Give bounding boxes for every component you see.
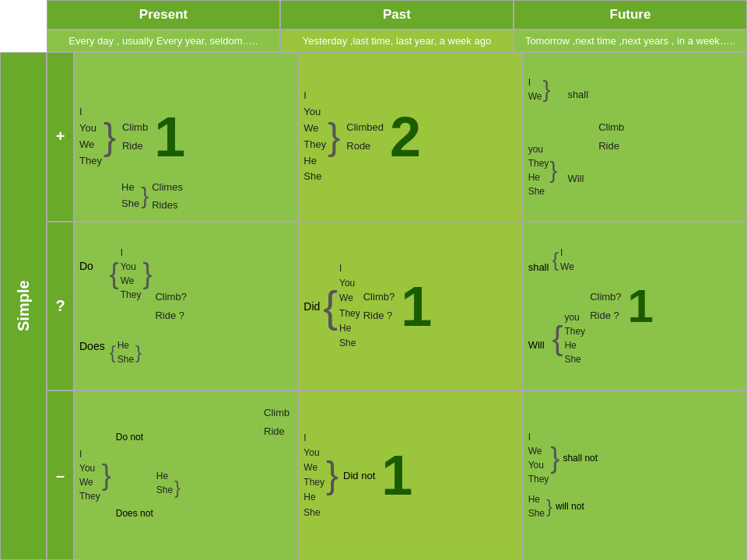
- pronoun-youtheyhe: you They He She: [528, 142, 549, 198]
- big-number-past-pos: 2: [390, 109, 421, 165]
- pronoun-q-fut-shall: I We: [560, 246, 574, 274]
- verbs-block-hesheshe: Climes Rides: [152, 178, 183, 215]
- bracket-right-1: }: [103, 118, 116, 156]
- header-present: Present: [47, 0, 280, 30]
- row-negative: – I You We They }: [47, 390, 747, 560]
- bracket-q-shall: {: [552, 250, 559, 270]
- bracket-left-do: {: [110, 260, 119, 288]
- header-row2: Every day , usually Every year, seldom….…: [47, 30, 747, 52]
- do-not-label: Do not: [116, 432, 153, 443]
- does-not-label: Does not: [116, 508, 153, 519]
- will-q-label: Will: [528, 339, 549, 351]
- bracket-neg-past: }: [326, 457, 338, 494]
- bracket-neg-pres-2: }: [174, 478, 181, 497]
- cell-past-positive: I You We They He She } Climbed Rode: [298, 52, 522, 222]
- corner-cell: [0, 0, 47, 52]
- big-number-past-q: 1: [401, 278, 432, 334]
- cell-past-question: Did { I You We They He She: [298, 222, 522, 391]
- verbs-future-pos: Climb Ride: [598, 118, 624, 155]
- shall-not-label: shall not: [563, 453, 598, 464]
- aux-will: Will: [567, 173, 588, 184]
- pronoun-neg-pres-2: He She: [156, 469, 173, 497]
- cell-present-negative: I You We They } Do not Does not: [74, 390, 298, 560]
- cell-present-positive: I You We They } Climb Ride 1: [74, 52, 298, 222]
- bracket-right-does: }: [135, 343, 142, 362]
- verbs-neg-pres: Climb Ride: [264, 404, 289, 440]
- pronoun-list-past-pos: I You We They He She: [303, 88, 326, 185]
- does-label: Does: [79, 340, 105, 352]
- pronoun-group-1: I You We They }: [79, 104, 116, 169]
- header-past-sub: Yesterday ,last time, last year, a week …: [280, 30, 514, 52]
- verbs-q-fut: Climb? Ride ?: [590, 288, 621, 324]
- verbs-block-1: Climb Ride: [122, 118, 148, 155]
- bracket-did-left: {: [323, 285, 338, 328]
- pronoun-list-hesheshe: He She: [121, 180, 139, 212]
- cell-future-negative: I We You They } shall not He She: [523, 390, 747, 560]
- header-section: Present Past Future Every day , usually …: [0, 0, 747, 52]
- pronoun-neg-pres-1: I You We They: [79, 447, 100, 503]
- verbs-q-pres: Climb? Ride ?: [155, 288, 186, 324]
- big-number-fut-q: 1: [628, 283, 654, 330]
- shall-q-label: shall: [528, 261, 549, 273]
- bracket-neg-pres-1: }: [102, 461, 111, 489]
- pronoun-iwe: I We: [528, 75, 542, 103]
- bracket-q-will: {: [552, 322, 563, 355]
- rows-section: + I You We They }: [47, 52, 747, 560]
- pronoun-neg-fut-1: I We You They: [528, 430, 549, 486]
- bracket-right-do: }: [142, 260, 152, 288]
- grammar-table: Present Past Future Every day , usually …: [0, 0, 747, 560]
- bracket-iwe: }: [542, 78, 550, 101]
- bracket-left-does: {: [110, 343, 116, 362]
- pronoun-neg-past: I You We They He She: [303, 431, 324, 520]
- aux-shall: shall: [567, 89, 588, 100]
- header-future-sub: Tomorrow ,next time ,next years , in a w…: [514, 30, 747, 52]
- bracket-hesheshe: }: [141, 184, 149, 208]
- header-past: Past: [280, 0, 514, 30]
- did-label: Did: [303, 300, 320, 313]
- bracket-past-pos: }: [328, 118, 340, 156]
- verbs-past-q: Climb? Ride ?: [363, 288, 395, 324]
- pronoun-list-1: I You We They: [79, 104, 102, 169]
- pronoun-q-pres-2: He She: [117, 338, 134, 366]
- pronoun-neg-fut-2: He She: [528, 492, 545, 520]
- row-label-positive: +: [47, 52, 74, 222]
- did-not-label: Did not: [343, 470, 375, 481]
- pronoun-past-q: I You We They He She: [339, 261, 360, 351]
- pronoun-q-pres-1: I You We They: [121, 246, 142, 302]
- header-future: Future: [514, 0, 747, 30]
- cell-present-question: Do Does { I You We They: [74, 222, 298, 391]
- pronoun-q-fut-will: you They He She: [564, 310, 585, 366]
- cell-future-positive: I We } you They He She: [523, 52, 747, 222]
- do-label: Do: [79, 260, 105, 272]
- row-positive: + I You We They }: [47, 52, 747, 222]
- row-question: ? Do Does { I You: [47, 222, 747, 391]
- row-label-negative: –: [47, 390, 74, 560]
- cell-past-negative: I You We They He She } Did not 1: [298, 390, 522, 560]
- will-not-label: will not: [556, 501, 584, 512]
- body-section: Simple + I You We They: [0, 52, 747, 560]
- header-present-sub: Every day , usually Every year, seldom….…: [47, 30, 280, 52]
- header-row1: Present Past Future: [47, 0, 747, 30]
- side-label: Simple: [0, 52, 47, 560]
- cell-future-question: shall Will { I We: [523, 222, 747, 391]
- bracket-neg-fut-2: }: [546, 497, 552, 516]
- row-label-question: ?: [47, 222, 74, 391]
- big-number-present-pos: 1: [154, 109, 185, 165]
- pronoun-group-past-pos: I You We They He She }: [303, 88, 340, 185]
- big-number-neg-past: 1: [381, 447, 412, 503]
- bracket-youthey: }: [549, 159, 557, 182]
- bracket-neg-fut-1: }: [550, 444, 559, 472]
- verbs-past-pos: Climbed Rode: [346, 118, 384, 155]
